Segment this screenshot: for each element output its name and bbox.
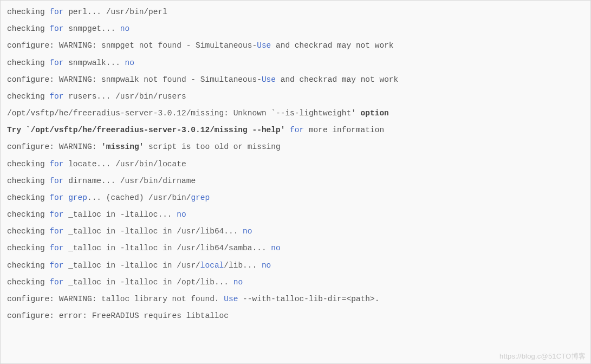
text-segment: _talloc in -ltalloc in /usr/ <box>63 261 200 270</box>
text-segment: checking <box>7 24 49 33</box>
output-line: checking for snmpget... no <box>7 21 584 37</box>
text-segment: for <box>49 227 63 236</box>
output-line: checking for snmpwalk... no <box>7 55 584 72</box>
text-segment: configure: WARNING: talloc library not f… <box>7 295 224 303</box>
text-segment: Use <box>224 295 238 303</box>
text-segment: for <box>49 177 63 185</box>
output-line: checking for rusers... /usr/bin/rusers <box>7 88 584 105</box>
text-segment: for <box>290 126 304 134</box>
output-line: configure: WARNING: talloc library not f… <box>7 291 584 308</box>
output-line: checking for _talloc in -ltalloc in /opt… <box>7 274 584 291</box>
text-segment: checking <box>7 8 49 16</box>
output-line: configure: WARNING: snmpwalk not found -… <box>7 72 584 88</box>
text-segment: no <box>125 58 134 67</box>
text-segment: perl... /usr/bin/perl <box>63 8 167 16</box>
output-line: checking for grep... (cached) /usr/bin/g… <box>7 190 584 206</box>
text-segment: for <box>49 24 63 33</box>
text-segment: configure: error: FreeRADIUS requires li… <box>7 311 229 320</box>
text-segment: for <box>49 92 63 101</box>
text-segment: grep <box>191 193 210 202</box>
text-segment: Use <box>257 41 271 50</box>
text-segment: no <box>262 261 271 270</box>
terminal-output: checking for perl... /usr/bin/perlchecki… <box>0 0 591 364</box>
text-segment: snmpwalk... <box>63 58 125 67</box>
output-line: configure: error: FreeRADIUS requires li… <box>7 308 584 324</box>
text-segment: script is too old or missing <box>144 142 280 151</box>
text-segment: configure: WARNING: <box>7 142 101 151</box>
text-segment: for <box>49 160 63 168</box>
text-segment: configure: WARNING: snmpget not found - … <box>7 41 257 50</box>
text-segment: for <box>49 244 63 252</box>
output-line: checking for _talloc in -ltalloc in /usr… <box>7 223 584 240</box>
text-segment: local <box>200 261 224 270</box>
text-segment: checking <box>7 160 49 168</box>
text-segment <box>285 126 290 134</box>
text-segment: checking <box>7 193 49 202</box>
text-segment: _talloc in -ltalloc... <box>63 210 177 219</box>
text-segment: 'missing' <box>101 142 144 151</box>
output-line: configure: WARNING: 'missing' script is … <box>7 139 584 155</box>
text-segment: _talloc in -ltalloc in /opt/lib... <box>63 278 233 287</box>
text-segment: Try `/opt/vsftp/he/freeradius-server-3.0… <box>7 126 285 134</box>
output-line: checking for _talloc in -ltalloc... no <box>7 206 584 223</box>
text-segment: checking <box>7 210 49 219</box>
text-segment: /lib... <box>224 261 262 270</box>
text-segment: checking <box>7 92 49 101</box>
output-line: checking for locate... /usr/bin/locate <box>7 156 584 173</box>
text-segment: checking <box>7 177 49 185</box>
text-segment: and checkrad may not work <box>276 75 398 84</box>
text-segment: _talloc in -ltalloc in /usr/lib64... <box>63 227 243 236</box>
text-segment <box>63 193 68 202</box>
text-segment: --with-talloc-lib-dir=<path>. <box>238 295 379 303</box>
text-segment: _talloc in -ltalloc in /usr/lib64/samba.… <box>63 244 271 252</box>
text-segment: dirname... /usr/bin/dirname <box>63 177 196 185</box>
text-segment: for <box>49 58 63 67</box>
text-segment: snmpget... <box>63 24 120 33</box>
output-line: Try `/opt/vsftp/he/freeradius-server-3.0… <box>7 122 584 139</box>
output-line: /opt/vsftp/he/freeradius-server-3.0.12/m… <box>7 105 584 122</box>
text-segment: rusers... /usr/bin/rusers <box>63 92 186 101</box>
text-segment: for <box>49 8 63 16</box>
text-segment: for <box>49 210 63 219</box>
output-line: configure: WARNING: snmpget not found - … <box>7 37 584 54</box>
text-segment: configure: WARNING: snmpwalk not found -… <box>7 75 262 84</box>
text-segment: checking <box>7 261 49 270</box>
output-line: checking for perl... /usr/bin/perl <box>7 4 584 21</box>
text-segment: /opt/vsftp/he/freeradius-server-3.0.12/m… <box>7 109 361 118</box>
text-segment: no <box>271 244 280 252</box>
output-line: checking for dirname... /usr/bin/dirname <box>7 173 584 190</box>
text-segment: for <box>49 261 63 270</box>
text-segment: Use <box>262 75 276 84</box>
text-segment: checking <box>7 278 49 287</box>
text-segment: no <box>233 278 243 287</box>
text-segment: checking <box>7 58 49 67</box>
text-segment: checking <box>7 227 49 236</box>
text-segment: no <box>177 210 186 219</box>
text-segment: and checkrad may not work <box>271 41 393 50</box>
text-segment: ... (cached) /usr/bin/ <box>87 193 191 202</box>
text-segment: no <box>243 227 252 236</box>
text-segment: no <box>120 24 129 33</box>
text-segment: grep <box>68 193 87 202</box>
output-line: checking for _talloc in -ltalloc in /usr… <box>7 257 584 274</box>
text-segment: for <box>49 193 63 202</box>
text-segment: for <box>49 278 63 287</box>
output-line: checking for _talloc in -ltalloc in /usr… <box>7 240 584 257</box>
text-segment: checking <box>7 244 49 252</box>
text-segment: more information <box>304 126 384 134</box>
text-segment: option <box>361 109 389 118</box>
text-segment: locate... /usr/bin/locate <box>63 160 186 168</box>
